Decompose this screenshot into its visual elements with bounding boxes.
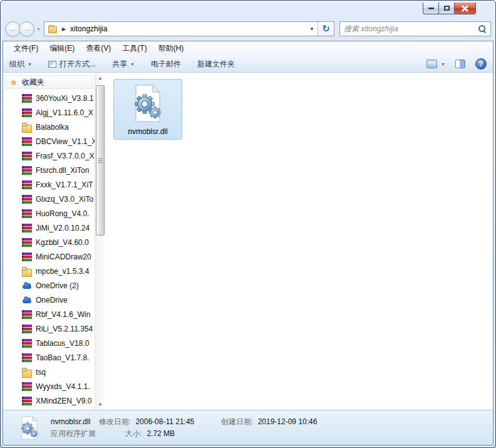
sidebar-item[interactable]: Frasf_V3.7.0.0_X (3, 148, 95, 163)
address-bar[interactable]: ▶ xitongzhijia ▼ ↻ (44, 21, 334, 36)
sidebar-item-label: 360YouXi_V3.8.1 (36, 94, 93, 103)
menu-item[interactable]: 工具(T) (116, 43, 152, 54)
refresh-button[interactable]: ↻ (318, 22, 334, 36)
sidebar-item-label: TaoBao_V1.7.8. (36, 353, 89, 362)
sidebar-scrollbar[interactable]: ▲ ▼ (95, 73, 105, 410)
menu-item[interactable]: 文件(F) (8, 43, 44, 54)
new-folder-button[interactable]: 新建文件夹 (197, 59, 235, 70)
menu-item[interactable]: 帮助(H) (153, 43, 190, 54)
sidebar-item-label: Glxzq_V3.0_XiTo (36, 195, 93, 204)
sidebar-item-icon (22, 382, 32, 392)
sidebar-favorites-header[interactable]: ★ 收藏夹 (5, 75, 93, 89)
breadcrumb-arrow-icon[interactable]: ▶ (62, 26, 66, 32)
content-area: ★ 收藏夹 360YouXi_V3.8.1 Algj_V1.11.6.0_X (3, 73, 493, 410)
menu-item[interactable]: 查看(V) (80, 43, 116, 54)
size-label: 大小: (125, 429, 142, 438)
minimize-button[interactable] (423, 3, 438, 14)
sidebar-item[interactable]: OneDrive (3, 293, 95, 307)
chevron-down-icon[interactable]: ▼ (441, 62, 445, 66)
details-row-2: 应用程序扩展 大小: 2.72 MB (51, 428, 317, 440)
sidebar-item[interactable]: mpcbe_v1.5.3.4 (3, 264, 95, 278)
sidebar-item[interactable]: DBCView_V1.1_X (3, 134, 95, 148)
sidebar-item[interactable]: OneDrive (2) (3, 278, 95, 293)
email-label: 电子邮件 (151, 59, 181, 70)
recent-pages-dropdown-icon[interactable]: ▼ (36, 27, 41, 31)
address-dropdown-icon[interactable]: ▼ (306, 22, 318, 36)
file-list-pane[interactable]: nvmoblsr.dll (105, 73, 493, 410)
sidebar-item-icon (22, 252, 32, 262)
sidebar-item-icon (22, 338, 32, 348)
sidebar-item-label: Algj_V1.11.6.0_X (36, 108, 93, 117)
share-button[interactable]: 共享 ▼ (112, 59, 135, 70)
close-button[interactable] (454, 3, 476, 14)
forward-button[interactable]: → (19, 21, 34, 37)
chevron-down-icon: ▼ (130, 62, 135, 66)
sidebar-item[interactable]: XMindZEN_V9.0 (3, 393, 95, 408)
sidebar-item-icon (22, 123, 32, 133)
sidebar-item-label: Rbf_V4.1.6_Win (36, 310, 90, 319)
sidebar-item-icon (22, 368, 32, 378)
sidebar-item[interactable]: Glxzq_V3.0_XiTo (3, 192, 95, 206)
sidebar-item[interactable]: Wyyxds_V4.1.1. (3, 379, 95, 393)
client-area: 文件(F)编辑(E)查看(V)工具(T)帮助(H) 组织 ▼ 打开方式... 共… (3, 41, 493, 445)
window-controls (423, 3, 476, 14)
sidebar-item[interactable]: HuoRong_V4.0. (3, 206, 95, 221)
maximize-button[interactable] (438, 3, 454, 14)
sidebar-item-label: HuoRong_V4.0. (36, 209, 89, 218)
email-button[interactable]: 电子邮件 (151, 59, 181, 70)
navigation-pane: ★ 收藏夹 360YouXi_V3.8.1 Algj_V1.11.6.0_X (3, 73, 95, 410)
sidebar-item[interactable]: 360YouXi_V3.8.1 (3, 91, 95, 105)
sidebar-item[interactable]: tsq (3, 365, 95, 379)
sidebar-item-label: Frasf_V3.7.0.0_X (36, 152, 94, 160)
sidebar-item-label: Fxxk_V1.7.1_XiT (36, 180, 93, 189)
change-view-icon[interactable] (426, 60, 437, 68)
sidebar-item[interactable]: Algj_V1.11.6.0_X (3, 105, 95, 120)
file-type-label: 应用程序扩展 (51, 429, 96, 438)
sidebar-item-icon (22, 209, 32, 219)
sidebar-item-icon (22, 151, 32, 161)
search-box[interactable]: 搜索 xitongzhijia (339, 21, 491, 36)
scrollbar-thumb[interactable] (96, 85, 105, 236)
menu-item[interactable]: 编辑(E) (44, 43, 80, 54)
open-with-button[interactable]: 打开方式... (48, 59, 96, 70)
sidebar-item-label: Tablacus_V18.0 (36, 339, 89, 348)
sidebar-item[interactable]: TaoBao_V1.7.8. (3, 350, 95, 365)
sidebar-item-label: XMindZEN_V9.0 (36, 397, 91, 405)
sidebar-item-label: JiMi_V2.0.10.24 (36, 224, 90, 232)
details-pane: nvmoblsr.dll 修改日期: 2006-08-11 21:45 创建日期… (3, 410, 493, 445)
preview-pane-icon[interactable] (455, 60, 465, 68)
sidebar-item-label: OneDrive (2) (36, 281, 79, 290)
sidebar-item-icon (22, 237, 32, 247)
minimize-icon (428, 8, 434, 9)
help-icon[interactable]: ? (475, 58, 487, 70)
sidebar-item[interactable]: MiniCADDraw20 (3, 249, 95, 264)
sidebar-item[interactable]: Tablacus_V18.0 (3, 336, 95, 350)
favorites-label: 收藏夹 (22, 77, 44, 88)
scrollbar-grip (98, 159, 103, 163)
toolbar-right-group: ▼ ? (426, 58, 487, 70)
sidebar-item[interactable]: RiLi_V5.2.11.354 (3, 321, 95, 336)
search-icon[interactable] (478, 24, 487, 33)
sidebar-item[interactable]: Kgzbbl_V4.60.0 (3, 235, 95, 249)
sidebar-item[interactable]: Fxxk_V1.7.1_XiT (3, 177, 95, 192)
sidebar-item-icon (22, 223, 32, 233)
chevron-down-icon: ▼ (28, 62, 32, 66)
title-bar[interactable] (1, 1, 495, 18)
sidebar-item-label: Ftsrch.dll_XiTon (36, 166, 89, 175)
scroll-down-icon[interactable]: ▼ (95, 399, 105, 410)
sidebar-item[interactable]: JiMi_V2.0.10.24 (3, 221, 95, 235)
modified-date-value: 2006-08-11 21:45 (135, 417, 194, 426)
scroll-up-icon[interactable]: ▲ (95, 73, 105, 83)
created-date-value: 2019-12-09 10:46 (258, 417, 318, 426)
sidebar-item-label: mpcbe_v1.5.3.4 (36, 267, 89, 276)
file-item-selected[interactable]: nvmoblsr.dll (113, 79, 182, 140)
breadcrumb[interactable]: xitongzhijia (70, 24, 107, 33)
sidebar-item[interactable]: Ftsrch.dll_XiTon (3, 163, 95, 177)
sidebar-item[interactable]: Balabolka (3, 120, 95, 134)
new-folder-label: 新建文件夹 (197, 59, 235, 70)
details-row-1: nvmoblsr.dll 修改日期: 2006-08-11 21:45 创建日期… (51, 416, 317, 428)
sidebar-item[interactable]: Rbf_V4.1.6_Win (3, 307, 95, 321)
organize-button[interactable]: 组织 ▼ (9, 59, 32, 70)
search-input[interactable]: 搜索 xitongzhijia (344, 24, 478, 34)
modified-date-label: 修改日期: (99, 417, 131, 426)
